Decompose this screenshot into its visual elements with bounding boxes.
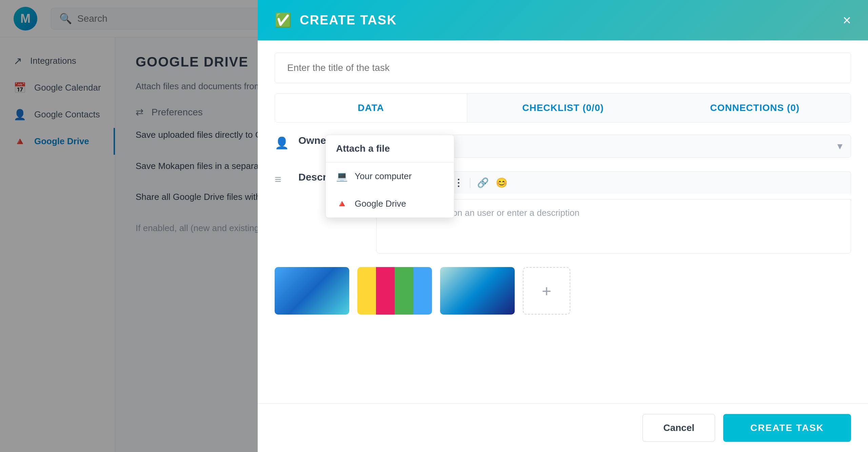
cancel-button[interactable]: Cancel bbox=[643, 414, 715, 442]
add-thumbnail-button[interactable]: + bbox=[523, 267, 570, 315]
task-title-input[interactable] bbox=[275, 53, 851, 83]
emoji-button[interactable]: 😊 bbox=[496, 177, 508, 188]
modal-footer: Cancel CREATE TASK bbox=[258, 403, 868, 452]
modal-title: CREATE TASK bbox=[300, 13, 834, 27]
task-check-icon: ✅ bbox=[275, 12, 292, 28]
thumbnail-1[interactable] bbox=[275, 267, 349, 315]
tab-checklist[interactable]: CHECKLIST (0/0) bbox=[467, 94, 659, 122]
thumbnail-3[interactable] bbox=[440, 267, 515, 315]
attach-dropdown-header: Attach a file bbox=[326, 135, 454, 163]
numbered-list-button[interactable]: ⋮ bbox=[454, 177, 463, 188]
attach-computer-label: Your computer bbox=[355, 171, 412, 182]
tab-data[interactable]: DATA bbox=[275, 94, 467, 122]
create-task-button[interactable]: CREATE TASK bbox=[723, 414, 851, 442]
tab-connections[interactable]: CONNECTIONS (0) bbox=[659, 94, 851, 122]
modal-body: 👤 Owner o ▼ ≡ Description B I A ▼ bbox=[258, 123, 868, 403]
thumbnail-row: + bbox=[275, 267, 851, 315]
attach-file-dropdown: Attach a file 💻 Your computer 🔺 Google D… bbox=[326, 135, 454, 218]
attach-drive-label: Google Drive bbox=[355, 199, 406, 209]
computer-icon: 💻 bbox=[336, 171, 348, 182]
thumbnail-2[interactable] bbox=[357, 267, 432, 315]
modal-close-button[interactable]: × bbox=[843, 13, 851, 27]
owner-icon: 👤 bbox=[275, 136, 288, 150]
attach-option-google-drive[interactable]: 🔺 Google Drive bbox=[326, 190, 454, 218]
create-task-modal: ✅ CREATE TASK × DATA CHECKLIST (0/0) CON… bbox=[258, 0, 868, 452]
google-drive-icon: 🔺 bbox=[336, 198, 348, 209]
attach-option-computer[interactable]: 💻 Your computer bbox=[326, 163, 454, 190]
link-button[interactable]: 🔗 bbox=[477, 177, 489, 188]
modal-tabs: DATA CHECKLIST (0/0) CONNECTIONS (0) bbox=[275, 93, 851, 123]
toolbar-divider-2 bbox=[470, 178, 470, 188]
modal-header: ✅ CREATE TASK × bbox=[258, 0, 868, 40]
description-icon: ≡ bbox=[275, 173, 288, 186]
